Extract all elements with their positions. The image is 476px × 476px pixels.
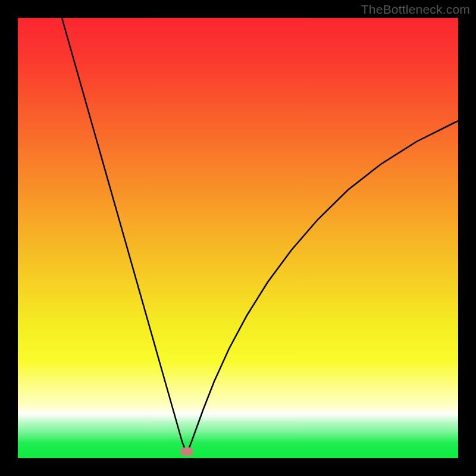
chart-plot-area [18, 18, 458, 458]
watermark-text: TheBottleneck.com [361, 2, 470, 17]
minimum-marker [180, 447, 193, 456]
chart-svg [18, 18, 458, 458]
chart-background-gradient [18, 18, 458, 458]
